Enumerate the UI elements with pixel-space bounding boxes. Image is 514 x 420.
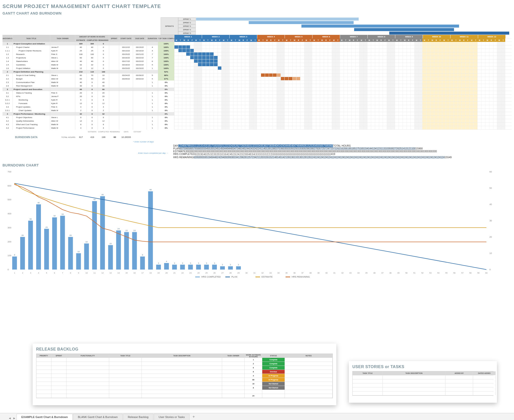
svg-text:0: 0 — [489, 268, 491, 271]
burndown-data-label: BURNDOWN DATA — [3, 136, 50, 139]
svg-text:3: 3 — [198, 262, 199, 264]
svg-rect-109 — [148, 191, 153, 270]
svg-text:PLAN: PLAN — [231, 276, 237, 278]
svg-text:40: 40 — [325, 272, 328, 274]
svg-text:45: 45 — [101, 194, 104, 196]
svg-text:39: 39 — [317, 272, 319, 274]
task-row[interactable]: 4.4 Project Performance Malik M 4 0 4 1 … — [3, 126, 511, 130]
svg-rect-93 — [84, 243, 89, 270]
svg-text:8: 8 — [14, 254, 15, 256]
svg-text:2: 2 — [22, 272, 23, 274]
task-row[interactable]: 1.1 Project Charter Jenna P 40 40 0 03/1… — [3, 45, 511, 49]
svg-text:10: 10 — [85, 272, 88, 274]
svg-text:43: 43 — [349, 272, 352, 274]
task-row[interactable]: 1.1.1 Project Charter Revisions Kylie R … — [3, 49, 511, 52]
svg-text:20: 20 — [489, 236, 492, 238]
svg-text:3: 3 — [158, 262, 159, 264]
svg-text:50: 50 — [489, 187, 492, 189]
task-row[interactable]: 2.1 Scope & Goal Setting Steve L 80 70 1… — [3, 73, 511, 77]
task-row[interactable]: 4.1 Project Objectives Steve L 8 0 8 1 0… — [3, 116, 511, 119]
task-row[interactable]: 2 Project Definition and Planning 210 11… — [3, 70, 511, 73]
svg-rect-81 — [36, 204, 41, 270]
task-row[interactable]: 3 Project Launch and Execution 66 0 66 0… — [3, 88, 511, 91]
svg-text:53: 53 — [429, 272, 431, 274]
svg-rect-113 — [164, 263, 169, 270]
svg-text:16: 16 — [134, 272, 136, 274]
svg-text:3: 3 — [214, 262, 215, 264]
svg-text:14: 14 — [117, 272, 120, 274]
svg-text:100: 100 — [8, 254, 11, 257]
svg-text:7: 7 — [62, 272, 63, 274]
task-row[interactable]: 3.1 Status & Tracking Pete S 20 0 20 1 0… — [3, 91, 511, 95]
task-row[interactable]: 1.3 Projections Steve L 60 60 0 03/16/22… — [3, 56, 511, 59]
sprint-legend: SPRINTS SPRINT 1SPRINT 2SPRINT 3SPRINT 4… — [161, 17, 511, 35]
svg-text:10: 10 — [77, 250, 80, 253]
svg-text:59: 59 — [477, 272, 480, 274]
svg-text:38: 38 — [309, 272, 312, 274]
svg-text:56: 56 — [453, 272, 456, 274]
task-row[interactable]: 3.2.1 Monitoring Kylie R 8 0 8 1 0% — [3, 98, 511, 102]
svg-rect-99 — [108, 245, 113, 270]
svg-text:50: 50 — [405, 272, 408, 274]
svg-text:24: 24 — [197, 272, 200, 274]
svg-text:4: 4 — [166, 260, 167, 263]
task-row[interactable]: 4.3 Effort and Cost Tracking Malik M 8 0… — [3, 123, 511, 126]
svg-rect-131 — [236, 266, 241, 270]
task-row[interactable]: 2.4 Risk Management Malik M 30 0 30 1 0% — [3, 84, 511, 88]
task-row[interactable]: 3.2 KPIs Jenna P 20 0 20 1 0% — [3, 95, 511, 98]
svg-text:24: 24 — [117, 228, 120, 230]
svg-text:700: 700 — [8, 171, 11, 173]
svg-text:8: 8 — [142, 254, 143, 256]
svg-text:400: 400 — [8, 212, 11, 215]
svg-rect-127 — [220, 266, 225, 270]
svg-text:23: 23 — [125, 229, 128, 232]
svg-text:60: 60 — [489, 171, 492, 173]
sprint-tag: SPRINT 5 — [178, 31, 196, 35]
task-row[interactable]: 1 Project Conception and Initiation 309 … — [3, 42, 511, 45]
svg-text:26: 26 — [213, 272, 216, 274]
svg-text:2: 2 — [222, 264, 223, 266]
svg-text:HRS COMPLETED: HRS COMPLETED — [201, 276, 221, 278]
svg-rect-77 — [20, 237, 25, 270]
svg-rect-79 — [28, 221, 33, 270]
svg-rect-121 — [196, 265, 201, 270]
svg-text:60: 60 — [485, 272, 488, 274]
svg-rect-117 — [180, 265, 185, 270]
svg-text:3: 3 — [206, 262, 207, 264]
task-row[interactable]: 3.2.2 Forecasts Kylie R 12 0 12 1 0% — [3, 102, 511, 105]
svg-rect-111 — [156, 265, 161, 270]
task-row[interactable]: 4 Project Performance / Monitoring 32 0 … — [3, 112, 511, 116]
task-row[interactable]: 3.3 Project Updates Pete S 4 0 4 1 0% — [3, 105, 511, 109]
task-row[interactable]: 1.4 Stakeholders Allen W 40 40 0 03/17/2… — [3, 59, 511, 63]
task-row[interactable]: 1.5 Guidelines Malik M 32 32 0 03/18/22 … — [3, 63, 511, 66]
svg-text:9: 9 — [78, 272, 79, 274]
task-row[interactable]: 4.2 Quality Deliverables Allen W 12 0 12… — [3, 119, 511, 123]
svg-text:48: 48 — [149, 189, 152, 191]
hint-days: ^ Enter number of days — [133, 141, 511, 143]
svg-text:20: 20 — [21, 234, 24, 236]
svg-text:40: 40 — [489, 203, 492, 206]
svg-rect-138 — [255, 277, 260, 277]
svg-rect-75 — [12, 257, 17, 270]
task-row[interactable]: 1.2 Research Pete S 100 100 0 03/15/22 0… — [3, 52, 511, 56]
svg-text:23: 23 — [189, 272, 192, 274]
svg-text:33: 33 — [269, 272, 272, 274]
svg-text:0: 0 — [8, 268, 9, 271]
page-title: SCRUM PROJECT MANAGEMENT GANTT CHART TEM… — [3, 4, 511, 9]
task-row[interactable]: 3.3.1 Chart Updates Malik M 2 0 2 1 0% — [3, 109, 511, 112]
task-row[interactable]: 2.3 Communication Plan Malik M 40 0 40 1… — [3, 80, 511, 84]
svg-rect-107 — [140, 257, 145, 270]
gantt-table: WORK BREAKDOWN STRUCTURE TASK TITLE TASK… — [3, 35, 511, 130]
svg-text:20: 20 — [70, 234, 72, 236]
svg-text:28: 28 — [229, 272, 232, 274]
svg-rect-91 — [76, 253, 81, 270]
svg-rect-101 — [116, 230, 121, 270]
svg-rect-85 — [52, 217, 57, 270]
svg-text:30: 30 — [29, 218, 32, 220]
svg-text:48: 48 — [389, 272, 392, 274]
svg-text:29: 29 — [237, 272, 240, 274]
task-row[interactable]: 1.6 Project Initiation Malik M 12 12 0 0… — [3, 66, 511, 70]
task-row[interactable]: 2.2 Budget Allen W 60 40 20 03/29/22 04/… — [3, 77, 511, 80]
burndown-chart: 0100200300400500600700010203040506012345… — [7, 169, 511, 290]
svg-rect-119 — [188, 265, 193, 270]
